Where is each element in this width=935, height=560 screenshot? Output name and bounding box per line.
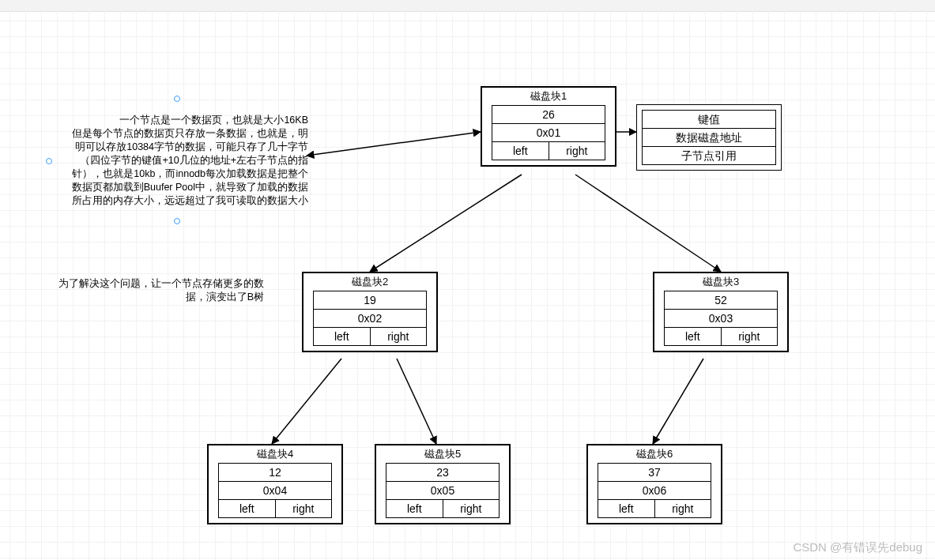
selection-handle-icon[interactable] [174, 96, 180, 102]
disk-block-1-title: 磁盘块1 [487, 89, 610, 103]
disk-block-5-left-ptr: left [386, 499, 443, 518]
disk-block-4-left-ptr: left [218, 499, 276, 518]
selection-handle-icon[interactable] [174, 218, 180, 224]
disk-block-5[interactable]: 磁盘块5 23 0x05 left right [375, 444, 511, 524]
disk-block-2-title: 磁盘块2 [308, 275, 432, 289]
disk-block-2-addr: 0x02 [313, 309, 427, 328]
disk-block-6-addr: 0x06 [598, 481, 711, 500]
annotation-note-1-text: 一个节点是一个数据页，也就是大小16KB但是每个节点的数据页只存放一条数据，也就… [72, 115, 308, 206]
disk-block-4[interactable]: 磁盘块4 12 0x04 left right [207, 444, 343, 524]
legend-box[interactable]: 键值 数据磁盘地址 子节点引用 [636, 104, 782, 171]
top-toolbar-strip [0, 0, 935, 12]
disk-block-1-left-ptr: left [492, 141, 549, 160]
disk-block-4-right-ptr: right [275, 499, 333, 518]
disk-block-6-right-ptr: right [654, 499, 712, 518]
disk-block-5-key: 23 [386, 463, 500, 482]
disk-block-4-addr: 0x04 [218, 481, 332, 500]
disk-block-6-key: 37 [598, 463, 711, 482]
legend-row-child: 子节点引用 [642, 146, 776, 165]
disk-block-2-left-ptr: left [313, 327, 371, 346]
disk-block-2-right-ptr: right [370, 327, 428, 346]
disk-block-6-left-ptr: left [598, 499, 655, 518]
disk-block-3-key: 52 [664, 291, 778, 310]
disk-block-3-left-ptr: left [664, 327, 722, 346]
disk-block-2[interactable]: 磁盘块2 19 0x02 left right [302, 272, 438, 352]
disk-block-1-right-ptr: right [549, 141, 606, 160]
legend-row-key: 键值 [642, 110, 776, 129]
annotation-note-2[interactable]: 为了解决这个问题，让一个节点存储更多的数据，演变出了B树 [57, 277, 264, 304]
diagram-canvas[interactable]: 一个节点是一个数据页，也就是大小16KB但是每个节点的数据页只存放一条数据，也就… [0, 11, 935, 560]
disk-block-1-key: 26 [492, 105, 605, 124]
disk-block-3[interactable]: 磁盘块3 52 0x03 left right [653, 272, 789, 352]
disk-block-3-right-ptr: right [721, 327, 779, 346]
disk-block-3-title: 磁盘块3 [659, 275, 782, 289]
selection-handle-icon[interactable] [46, 158, 52, 164]
annotation-note-2-text: 为了解决这个问题，让一个节点存储更多的数据，演变出了B树 [58, 278, 264, 303]
disk-block-6-title: 磁盘块6 [593, 447, 716, 461]
annotation-note-1[interactable]: 一个节点是一个数据页，也就是大小16KB但是每个节点的数据页只存放一条数据，也就… [46, 114, 308, 208]
disk-block-1-addr: 0x01 [492, 123, 605, 142]
disk-block-3-addr: 0x03 [664, 309, 778, 328]
disk-block-5-addr: 0x05 [386, 481, 500, 500]
disk-block-1[interactable]: 磁盘块1 26 0x01 left right [481, 86, 616, 167]
disk-block-4-key: 12 [218, 463, 332, 482]
legend-row-addr: 数据磁盘地址 [642, 128, 776, 147]
disk-block-2-key: 19 [313, 291, 427, 310]
watermark-text: CSDN @有错误先debug [793, 540, 922, 555]
disk-block-4-title: 磁盘块4 [213, 447, 337, 461]
disk-block-5-title: 磁盘块5 [381, 447, 504, 461]
disk-block-5-right-ptr: right [443, 499, 500, 518]
disk-block-6[interactable]: 磁盘块6 37 0x06 left right [586, 444, 722, 524]
